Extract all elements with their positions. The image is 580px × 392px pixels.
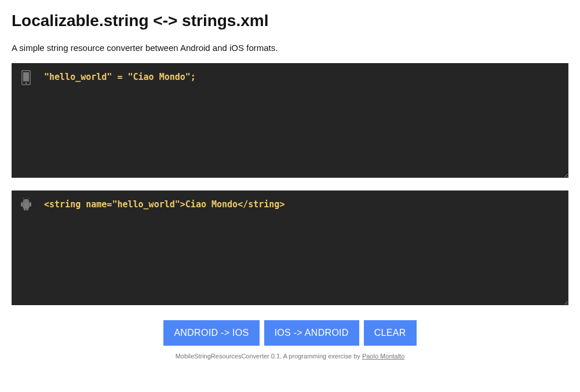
- footer-prefix: MobileStringResourcesConverter 0.1. A pr…: [176, 353, 362, 360]
- android-textarea[interactable]: [12, 190, 568, 305]
- page-subtitle: A simple string resource converter betwe…: [12, 43, 568, 53]
- android-to-ios-button[interactable]: ANDROID -> IOS: [163, 320, 259, 346]
- android-input-wrapper: [12, 190, 568, 307]
- footer-text: MobileStringResourcesConverter 0.1. A pr…: [12, 353, 568, 360]
- footer-author-link[interactable]: Paolo Montalto: [362, 353, 404, 360]
- clear-button[interactable]: CLEAR: [364, 320, 417, 346]
- page-title: Localizable.string <-> strings.xml: [12, 12, 568, 30]
- ios-input-wrapper: [12, 63, 568, 180]
- ios-to-android-button[interactable]: IOS -> ANDROID: [264, 320, 359, 346]
- ios-textarea[interactable]: [12, 63, 568, 178]
- button-row: ANDROID -> IOS IOS -> ANDROID CLEAR: [12, 320, 568, 346]
